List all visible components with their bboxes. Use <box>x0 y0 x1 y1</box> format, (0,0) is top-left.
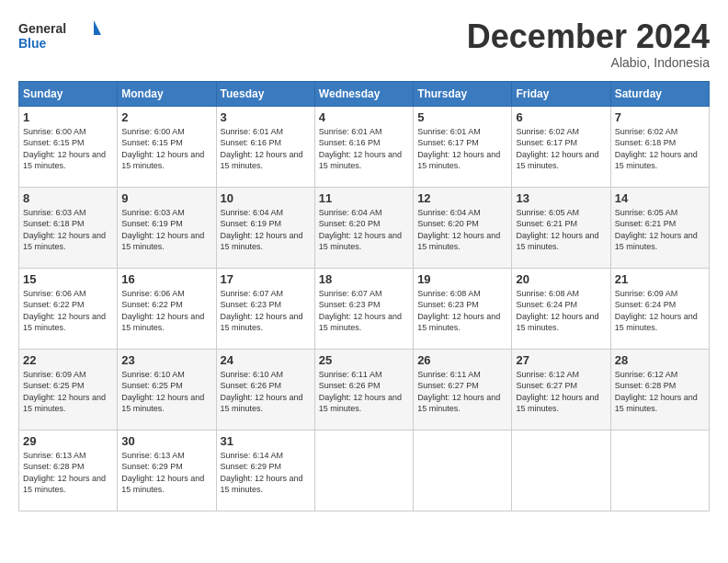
day-detail: Sunrise: 6:06 AMSunset: 6:22 PMDaylight:… <box>121 289 204 333</box>
day-number: 3 <box>221 110 311 124</box>
day-detail: Sunrise: 6:09 AMSunset: 6:24 PMDaylight:… <box>615 289 698 333</box>
table-row: 23 Sunrise: 6:10 AMSunset: 6:25 PMDaylig… <box>118 349 216 430</box>
day-detail: Sunrise: 6:08 AMSunset: 6:23 PMDaylight:… <box>417 289 500 333</box>
table-row: 16 Sunrise: 6:06 AMSunset: 6:22 PMDaylig… <box>118 268 216 349</box>
calendar-week-3: 15 Sunrise: 6:06 AMSunset: 6:22 PMDaylig… <box>19 268 710 349</box>
table-row: 2 Sunrise: 6:00 AMSunset: 6:15 PMDayligh… <box>118 106 216 187</box>
subtitle: Alabio, Indonesia <box>467 55 710 70</box>
day-detail: Sunrise: 6:00 AMSunset: 6:15 PMDaylight:… <box>23 127 106 171</box>
day-detail: Sunrise: 6:13 AMSunset: 6:28 PMDaylight:… <box>23 451 106 495</box>
day-detail: Sunrise: 6:04 AMSunset: 6:20 PMDaylight:… <box>417 208 500 252</box>
table-row: 31 Sunrise: 6:14 AMSunset: 6:29 PMDaylig… <box>216 430 314 511</box>
table-row: 13 Sunrise: 6:05 AMSunset: 6:21 PMDaylig… <box>512 187 610 268</box>
logo: General Blue <box>18 18 101 55</box>
day-number: 5 <box>417 110 507 124</box>
day-detail: Sunrise: 6:02 AMSunset: 6:17 PMDaylight:… <box>516 127 598 171</box>
svg-text:Blue: Blue <box>18 36 47 51</box>
table-row <box>414 430 512 511</box>
day-detail: Sunrise: 6:04 AMSunset: 6:19 PMDaylight:… <box>221 208 303 252</box>
day-number: 29 <box>23 434 113 448</box>
svg-marker-2 <box>94 20 101 35</box>
day-detail: Sunrise: 6:07 AMSunset: 6:23 PMDaylight:… <box>319 289 402 333</box>
day-detail: Sunrise: 6:01 AMSunset: 6:16 PMDaylight:… <box>221 127 303 171</box>
day-number: 13 <box>516 191 606 205</box>
day-number: 23 <box>121 353 211 367</box>
table-row: 1 Sunrise: 6:00 AMSunset: 6:15 PMDayligh… <box>19 106 118 187</box>
day-detail: Sunrise: 6:12 AMSunset: 6:28 PMDaylight:… <box>615 370 698 414</box>
logo-svg: General Blue <box>18 18 101 55</box>
calendar-week-4: 22 Sunrise: 6:09 AMSunset: 6:25 PMDaylig… <box>19 349 710 430</box>
day-detail: Sunrise: 6:09 AMSunset: 6:25 PMDaylight:… <box>23 370 106 414</box>
day-detail: Sunrise: 6:01 AMSunset: 6:16 PMDaylight:… <box>319 127 402 171</box>
table-row: 28 Sunrise: 6:12 AMSunset: 6:28 PMDaylig… <box>610 349 709 430</box>
table-row: 12 Sunrise: 6:04 AMSunset: 6:20 PMDaylig… <box>414 187 512 268</box>
title-block: December 2024 Alabio, Indonesia <box>467 18 710 70</box>
table-row: 8 Sunrise: 6:03 AMSunset: 6:18 PMDayligh… <box>19 187 118 268</box>
table-row: 21 Sunrise: 6:09 AMSunset: 6:24 PMDaylig… <box>610 268 709 349</box>
day-detail: Sunrise: 6:08 AMSunset: 6:24 PMDaylight:… <box>516 289 598 333</box>
table-row: 26 Sunrise: 6:11 AMSunset: 6:27 PMDaylig… <box>414 349 512 430</box>
day-detail: Sunrise: 6:12 AMSunset: 6:27 PMDaylight:… <box>516 370 598 414</box>
day-number: 24 <box>221 353 311 367</box>
day-number: 27 <box>516 353 606 367</box>
day-detail: Sunrise: 6:04 AMSunset: 6:20 PMDaylight:… <box>319 208 402 252</box>
day-detail: Sunrise: 6:10 AMSunset: 6:25 PMDaylight:… <box>121 370 204 414</box>
table-row: 29 Sunrise: 6:13 AMSunset: 6:28 PMDaylig… <box>19 430 118 511</box>
day-detail: Sunrise: 6:06 AMSunset: 6:22 PMDaylight:… <box>23 289 106 333</box>
day-number: 25 <box>319 353 409 367</box>
day-detail: Sunrise: 6:00 AMSunset: 6:15 PMDaylight:… <box>121 127 204 171</box>
day-number: 19 <box>417 272 507 286</box>
day-detail: Sunrise: 6:14 AMSunset: 6:29 PMDaylight:… <box>221 451 303 495</box>
table-row <box>314 430 413 511</box>
day-number: 2 <box>121 110 211 124</box>
day-number: 20 <box>516 272 606 286</box>
calendar-week-2: 8 Sunrise: 6:03 AMSunset: 6:18 PMDayligh… <box>19 187 710 268</box>
day-detail: Sunrise: 6:01 AMSunset: 6:17 PMDaylight:… <box>417 127 500 171</box>
table-row: 7 Sunrise: 6:02 AMSunset: 6:18 PMDayligh… <box>610 106 709 187</box>
day-number: 15 <box>23 272 113 286</box>
day-detail: Sunrise: 6:03 AMSunset: 6:18 PMDaylight:… <box>23 208 106 252</box>
day-number: 21 <box>615 272 705 286</box>
day-number: 7 <box>615 110 705 124</box>
day-number: 11 <box>319 191 409 205</box>
table-row <box>512 430 610 511</box>
table-row: 15 Sunrise: 6:06 AMSunset: 6:22 PMDaylig… <box>19 268 118 349</box>
day-number: 6 <box>516 110 606 124</box>
col-sunday: Sunday <box>19 81 118 106</box>
calendar-week-5: 29 Sunrise: 6:13 AMSunset: 6:28 PMDaylig… <box>19 430 710 511</box>
day-detail: Sunrise: 6:05 AMSunset: 6:21 PMDaylight:… <box>516 208 598 252</box>
table-row: 3 Sunrise: 6:01 AMSunset: 6:16 PMDayligh… <box>216 106 314 187</box>
table-row: 19 Sunrise: 6:08 AMSunset: 6:23 PMDaylig… <box>414 268 512 349</box>
day-number: 8 <box>23 191 113 205</box>
table-row: 4 Sunrise: 6:01 AMSunset: 6:16 PMDayligh… <box>314 106 413 187</box>
day-detail: Sunrise: 6:11 AMSunset: 6:26 PMDaylight:… <box>319 370 402 414</box>
table-row: 5 Sunrise: 6:01 AMSunset: 6:17 PMDayligh… <box>414 106 512 187</box>
day-number: 4 <box>319 110 409 124</box>
svg-text:General: General <box>18 21 66 36</box>
col-tuesday: Tuesday <box>216 81 314 106</box>
day-detail: Sunrise: 6:02 AMSunset: 6:18 PMDaylight:… <box>615 127 698 171</box>
table-row: 17 Sunrise: 6:07 AMSunset: 6:23 PMDaylig… <box>216 268 314 349</box>
calendar-table: Sunday Monday Tuesday Wednesday Thursday… <box>18 81 710 511</box>
day-detail: Sunrise: 6:11 AMSunset: 6:27 PMDaylight:… <box>417 370 500 414</box>
table-row: 10 Sunrise: 6:04 AMSunset: 6:19 PMDaylig… <box>216 187 314 268</box>
table-row: 20 Sunrise: 6:08 AMSunset: 6:24 PMDaylig… <box>512 268 610 349</box>
col-thursday: Thursday <box>414 81 512 106</box>
day-number: 12 <box>417 191 507 205</box>
table-row: 27 Sunrise: 6:12 AMSunset: 6:27 PMDaylig… <box>512 349 610 430</box>
table-row: 9 Sunrise: 6:03 AMSunset: 6:19 PMDayligh… <box>118 187 216 268</box>
day-number: 10 <box>221 191 311 205</box>
table-row: 30 Sunrise: 6:13 AMSunset: 6:29 PMDaylig… <box>118 430 216 511</box>
day-detail: Sunrise: 6:07 AMSunset: 6:23 PMDaylight:… <box>221 289 303 333</box>
day-number: 26 <box>417 353 507 367</box>
calendar-week-1: 1 Sunrise: 6:00 AMSunset: 6:15 PMDayligh… <box>19 106 710 187</box>
table-row <box>610 430 709 511</box>
day-number: 22 <box>23 353 113 367</box>
day-detail: Sunrise: 6:03 AMSunset: 6:19 PMDaylight:… <box>121 208 204 252</box>
day-number: 16 <box>121 272 211 286</box>
day-number: 14 <box>615 191 705 205</box>
day-detail: Sunrise: 6:05 AMSunset: 6:21 PMDaylight:… <box>615 208 698 252</box>
table-row: 14 Sunrise: 6:05 AMSunset: 6:21 PMDaylig… <box>610 187 709 268</box>
month-title: December 2024 <box>467 18 710 55</box>
day-detail: Sunrise: 6:10 AMSunset: 6:26 PMDaylight:… <box>221 370 303 414</box>
